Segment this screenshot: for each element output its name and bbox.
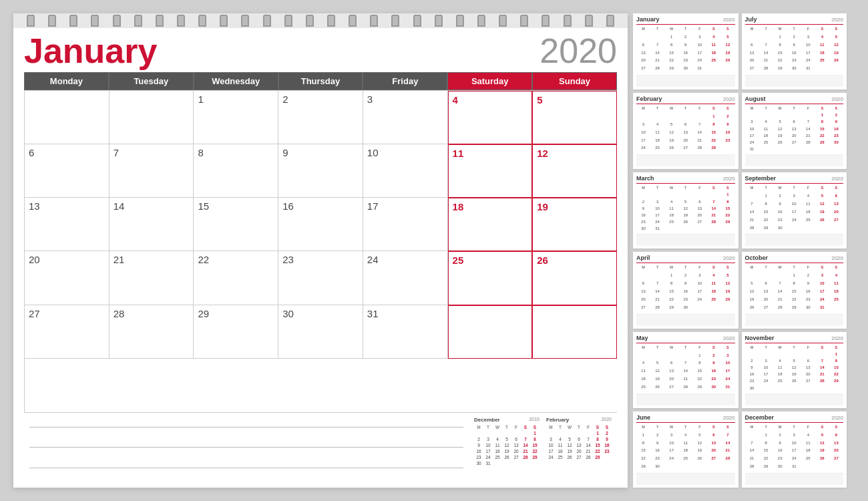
mini-cal-cell: 15 xyxy=(593,442,602,448)
side-day-cell: 4 xyxy=(759,119,773,126)
side-day-cell xyxy=(745,273,759,281)
mini-cal-title: February xyxy=(546,417,569,423)
side-day-header: T xyxy=(678,265,692,273)
side-day-cell: 10 xyxy=(692,42,706,50)
side-day-cell: 10 xyxy=(745,126,759,133)
spiral-tooth xyxy=(113,15,121,27)
side-bottom-bar xyxy=(636,393,735,405)
side-day-cell: 25 xyxy=(801,217,815,225)
mini-cal-cell xyxy=(574,430,584,436)
side-day-cell xyxy=(650,114,664,122)
side-day-cell xyxy=(720,145,734,153)
side-day-cell: 9 xyxy=(706,360,720,368)
footer-line-1 xyxy=(29,427,463,428)
side-day-cell: 3 xyxy=(650,199,664,206)
footer-line-3 xyxy=(29,468,463,468)
side-day-cell: 10 xyxy=(720,360,734,368)
side-day-cell: 8 xyxy=(636,440,650,448)
side-day-cell: 15 xyxy=(706,130,720,138)
side-day-cell: 2 xyxy=(706,353,720,361)
side-day-cell: 21 xyxy=(759,57,773,65)
side-day-header: F xyxy=(692,265,706,273)
side-day-cell xyxy=(773,146,787,153)
side-cal-grid: MTWTFSS123456789101112131415161718192021… xyxy=(745,26,844,73)
mini-cal-cell: 23 xyxy=(474,454,483,460)
side-day-cell: 3 xyxy=(720,353,734,361)
side-day-cell xyxy=(829,385,843,392)
spiral-tooth xyxy=(564,15,572,27)
side-day-cell: 28 xyxy=(745,225,759,233)
side-day-cell: 17 xyxy=(787,209,801,217)
side-day-cell: 28 xyxy=(759,65,773,73)
side-day-cell: 13 xyxy=(706,440,720,448)
side-day-cell: 2 xyxy=(720,114,734,122)
side-day-cell: 29 xyxy=(720,219,734,226)
side-day-cell: 18 xyxy=(801,448,815,456)
side-day-header: T xyxy=(787,265,801,273)
side-day-cell: 16 xyxy=(636,212,650,219)
side-day-header: T xyxy=(650,185,664,192)
spiral-tooth xyxy=(349,15,357,27)
side-day-header: T xyxy=(678,424,692,432)
cal-cell: 27 xyxy=(25,305,110,359)
side-day-cell: 29 xyxy=(773,65,787,73)
side-day-cell: 20 xyxy=(692,212,706,219)
day-number: 19 xyxy=(537,201,548,212)
side-month-year: 2020 xyxy=(723,335,735,341)
side-day-cell: 4 xyxy=(706,273,720,281)
side-day-header: S xyxy=(829,424,843,432)
side-day-cell: 7 xyxy=(692,122,706,130)
side-day-cell: 29 xyxy=(787,305,801,313)
side-day-cell: 25 xyxy=(664,219,678,226)
side-day-cell xyxy=(650,273,664,281)
side-day-cell: 8 xyxy=(815,119,829,126)
side-day-cell: 9 xyxy=(787,42,801,50)
side-day-cell: 24 xyxy=(692,57,706,65)
day-number: 9 xyxy=(282,147,288,158)
side-day-header: M xyxy=(745,345,759,351)
side-bottom-bar xyxy=(745,393,844,405)
side-day-cell: 10 xyxy=(787,201,801,209)
side-day-cell: 11 xyxy=(706,42,720,50)
mini-cal-cell: 25 xyxy=(556,454,565,460)
side-day-cell: 31 xyxy=(787,464,801,472)
mini-cal-cell: 29 xyxy=(530,454,539,460)
side-day-cell: 28 xyxy=(720,456,734,464)
side-day-cell: 1 xyxy=(636,432,650,440)
side-day-header: S xyxy=(720,424,734,432)
side-cal-grid: MTWTFSS123456789101112131415161718192021… xyxy=(636,26,735,73)
side-day-cell: 26 xyxy=(773,140,787,146)
side-day-cell: 3 xyxy=(801,34,815,42)
side-day-header: T xyxy=(759,345,773,351)
side-day-cell: 31 xyxy=(692,65,706,73)
side-day-cell xyxy=(664,353,678,361)
side-month-name: May xyxy=(636,335,648,341)
side-day-cell: 15 xyxy=(773,50,787,58)
side-day-cell: 31 xyxy=(815,305,829,313)
side-day-cell: 17 xyxy=(664,448,678,456)
side-day-cell: 26 xyxy=(720,57,734,65)
side-day-cell: 5 xyxy=(720,34,734,42)
side-day-cell: 15 xyxy=(664,289,678,297)
side-day-cell xyxy=(773,351,787,358)
day-number: 6 xyxy=(29,147,34,158)
spiral-tooth xyxy=(134,15,142,27)
mini-cal-header: February2020 xyxy=(546,417,612,423)
mini-cal-cell: 21 xyxy=(584,448,593,454)
day-header-wednesday: Wednesday xyxy=(194,72,278,90)
mini-cal-cell xyxy=(502,460,511,466)
side-cal-grid: MTWTFSS123456789101112131415161718192021… xyxy=(745,345,844,392)
side-day-cell: 12 xyxy=(745,289,759,297)
side-day-cell: 30 xyxy=(773,464,787,472)
side-day-cell xyxy=(664,226,678,232)
side-bottom-bar xyxy=(745,154,844,166)
side-day-cell: 10 xyxy=(815,281,829,289)
spiral-tooth xyxy=(477,15,485,27)
side-day-cell: 22 xyxy=(815,133,829,140)
side-day-header: S xyxy=(720,265,734,273)
day-number: 17 xyxy=(367,200,379,212)
side-day-header: M xyxy=(636,345,650,353)
side-day-cell: 19 xyxy=(664,138,678,146)
side-day-cell: 16 xyxy=(773,448,787,456)
side-day-cell: 14 xyxy=(759,50,773,58)
